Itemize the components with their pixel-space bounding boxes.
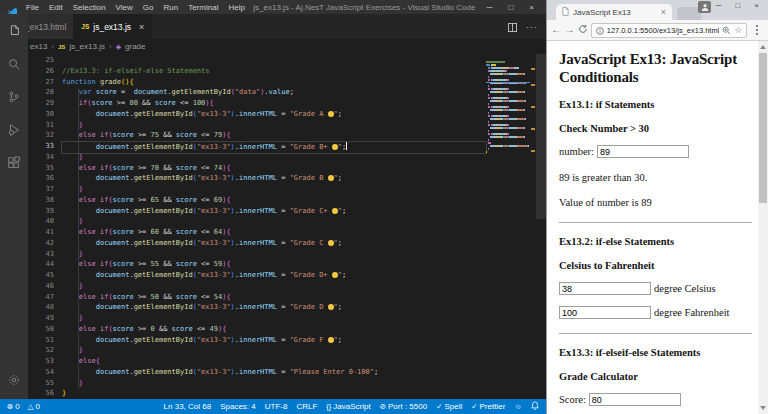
menu-item-file[interactable]: File xyxy=(21,3,44,12)
status-item-crlf[interactable]: CRLF xyxy=(296,402,317,411)
zoom-icon[interactable] xyxy=(722,21,731,39)
status-item-spaces-4[interactable]: Spaces: 4 xyxy=(220,402,256,411)
maximize-button[interactable]: □ xyxy=(500,3,521,12)
code-line[interactable]: document.getElementById("ex13-3").innerH… xyxy=(62,207,486,218)
code-line[interactable]: else if(score >= 55 && score <= 59){ xyxy=(62,260,486,271)
code-line[interactable]: //Ex13.3: if-elseif-else Statements xyxy=(62,67,486,78)
explorer-icon[interactable] xyxy=(7,24,21,38)
editor-scrollbar[interactable] xyxy=(536,54,546,219)
fahrenheit-input[interactable] xyxy=(559,306,651,319)
code-line[interactable]: else if(score >= 70 && score <= 74){ xyxy=(62,164,486,175)
back-button[interactable]: ← xyxy=(551,25,561,35)
menu-item-go[interactable]: Go xyxy=(138,3,159,12)
code-line[interactable]: var score = document.getElementById("dat… xyxy=(62,88,486,99)
refresh-icon[interactable] xyxy=(578,24,588,36)
minimize-button[interactable]: ─ xyxy=(479,3,501,12)
code-line[interactable]: document.getElementById("ex13-3").innerH… xyxy=(62,271,486,282)
menu-item-view[interactable]: View xyxy=(111,3,138,12)
page-scrollbar[interactable] xyxy=(758,41,768,414)
code-line[interactable]: document.getElementById("ex13-3").innerH… xyxy=(62,142,486,153)
code-line[interactable] xyxy=(62,56,486,67)
status-item-javascript[interactable]: {}JavaScript xyxy=(326,402,370,411)
code-line[interactable]: function grade(){ xyxy=(62,78,486,89)
extensions-icon[interactable] xyxy=(7,156,21,170)
breadcrumb-symbol[interactable]: grade xyxy=(125,42,145,51)
scroll-up-icon[interactable] xyxy=(760,45,766,49)
menu-item-selection[interactable]: Selection xyxy=(68,3,111,12)
celsius-input[interactable] xyxy=(559,282,651,295)
notifications-bell-icon[interactable] xyxy=(531,401,539,412)
code-line[interactable]: document.getElementById("ex13-3").innerH… xyxy=(62,303,486,314)
status-item-utf-8[interactable]: UTF-8 xyxy=(265,402,288,411)
code-token-b2: { xyxy=(226,164,230,172)
status-icon: ✓ xyxy=(436,402,442,411)
status-item-spell[interactable]: ✓Spell xyxy=(436,402,462,411)
breadcrumb-file[interactable]: js_ex13.js xyxy=(69,42,105,51)
close-button[interactable]: × xyxy=(521,3,542,12)
code-line[interactable]: } xyxy=(62,217,486,228)
menu-item-edit[interactable]: Edit xyxy=(44,3,68,12)
number-input[interactable] xyxy=(597,145,689,158)
status-item-port-5500[interactable]: ⊘Port : 5500 xyxy=(380,402,427,411)
status-item-ln-33-col-68[interactable]: Ln 33, Col 68 xyxy=(164,402,212,411)
close-button[interactable]: × xyxy=(747,1,766,10)
close-tab-icon[interactable]: × xyxy=(139,22,144,32)
code-line[interactable]: else if(score >= 60 && score <= 64){ xyxy=(62,228,486,239)
code-line[interactable]: if(score >= 80 && score <= 100){ xyxy=(62,99,486,110)
search-icon[interactable] xyxy=(7,57,21,71)
code-line[interactable]: document.getElementById("ex13-3").innerH… xyxy=(62,239,486,250)
minimap-mark xyxy=(508,115,509,117)
code-line[interactable]: document.getElementById("ex13-3").innerH… xyxy=(62,336,486,347)
close-tab-icon[interactable]: × xyxy=(661,7,666,17)
code-line[interactable]: } xyxy=(62,314,486,325)
minimap-line xyxy=(486,145,530,147)
code-line[interactable]: else if(score >= 50 && score <= 54){ xyxy=(62,293,486,304)
address-bar[interactable]: 127.0.0.1:5500/ex13/js_ex13.html ☆ xyxy=(591,23,748,38)
code-line[interactable]: } xyxy=(62,379,486,390)
minimize-button[interactable]: ─ xyxy=(709,1,729,10)
score-input[interactable] xyxy=(589,393,681,406)
menu-item-terminal[interactable]: Terminal xyxy=(183,3,223,12)
code-line[interactable]: } xyxy=(62,346,486,357)
scroll-down-icon[interactable] xyxy=(760,406,766,410)
code-line[interactable]: } xyxy=(62,185,486,196)
code-line[interactable]: else if(score >= 75 && score <= 79){ xyxy=(62,131,486,142)
code-line[interactable]: else if(score >= 0 && score <= 49){ xyxy=(62,325,486,336)
menu-item-run[interactable]: Run xyxy=(158,3,183,12)
more-actions-icon[interactable]: ··· xyxy=(526,22,538,32)
code-editor[interactable]: 2526272829303132333435363738394041424344… xyxy=(28,54,546,399)
code-line[interactable]: document.getElementById("ex13-3").innerH… xyxy=(62,110,486,121)
code-line[interactable]: } xyxy=(62,250,486,261)
bookmark-star-icon[interactable]: ☆ xyxy=(734,25,742,35)
menu-item-help[interactable]: Help xyxy=(223,3,249,12)
info-icon[interactable] xyxy=(596,21,604,39)
code-line[interactable]: document.getElementById("ex13-3").innerH… xyxy=(62,174,486,185)
code-line[interactable]: else{ xyxy=(62,357,486,368)
browser-menu-icon[interactable] xyxy=(756,29,758,31)
status-item-0[interactable]: ⊗0 xyxy=(7,402,20,411)
split-editor-icon[interactable] xyxy=(508,18,517,36)
code-line[interactable]: document.getElementById("ex13-3").innerH… xyxy=(62,368,486,379)
code-line[interactable]: else if(score >= 65 && score <= 69){ xyxy=(62,196,486,207)
feedback-smiley-icon[interactable]: ☺ xyxy=(514,402,522,411)
code-line[interactable]: } xyxy=(62,153,486,164)
code-token-op: >= xyxy=(134,260,151,268)
forward-button[interactable]: → xyxy=(564,25,574,35)
browser-tab[interactable]: JavaScript Ex13 × xyxy=(556,4,672,20)
maximize-button[interactable]: □ xyxy=(728,1,747,10)
code-area[interactable]: //Ex13.3: if-elseif-else Statementsfunct… xyxy=(62,56,486,399)
source-control-icon[interactable] xyxy=(7,90,21,104)
settings-gear-icon[interactable] xyxy=(7,373,21,387)
breadcrumb-folder[interactable]: ex13 xyxy=(30,42,47,51)
minimap[interactable] xyxy=(486,58,530,154)
status-item-0[interactable]: △0 xyxy=(28,402,40,411)
status-item-prettier[interactable]: ✓Prettier xyxy=(471,402,505,411)
code-line[interactable]: } xyxy=(62,282,486,293)
code-line[interactable]: } xyxy=(62,389,486,399)
run-debug-icon[interactable] xyxy=(7,123,21,137)
scrollbar-thumb[interactable] xyxy=(759,53,767,203)
tab-js-ex13-js[interactable]: JS js_ex13.js × xyxy=(74,14,152,39)
code-token-op: <= xyxy=(197,131,214,139)
code-line[interactable]: } xyxy=(62,121,486,132)
url-text[interactable]: 127.0.0.1:5500/ex13/js_ex13.html xyxy=(607,26,720,35)
